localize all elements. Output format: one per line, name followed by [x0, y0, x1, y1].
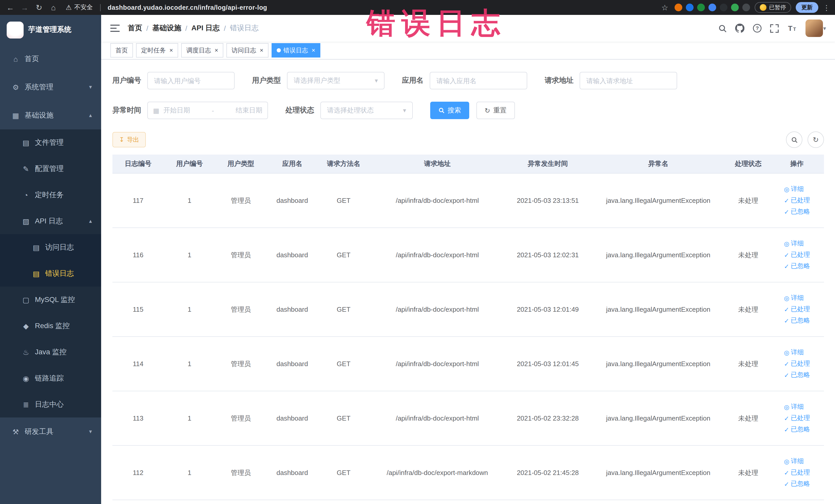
security-indicator[interactable]: ⚠ 不安全 [66, 3, 93, 12]
action-ignored-link[interactable]: ✓已忽略 [784, 426, 810, 434]
breadcrumb-item[interactable]: 首页 [128, 24, 142, 33]
sidebar-item-label: 文件管理 [35, 138, 101, 147]
app-logo[interactable]: 芋道管理系统 [0, 15, 101, 45]
action-ignored-link[interactable]: ✓已忽略 [784, 317, 810, 325]
action-ignored-link[interactable]: ✓已忽略 [784, 208, 810, 216]
action-detail-link[interactable]: ◎详细 [784, 186, 804, 193]
extension-icon-4[interactable] [709, 4, 716, 11]
address-bar[interactable]: dashboard.yudao.iocoder.cn/infra/log/api… [107, 4, 267, 11]
close-icon[interactable]: × [169, 47, 173, 54]
extension-icon-7[interactable] [742, 4, 750, 11]
action-ignored-link[interactable]: ✓已忽略 [784, 263, 810, 270]
user-type-select[interactable]: 请选择用户类型 ▾ [287, 72, 385, 89]
sidebar-item-home[interactable]: ⌂首页 [0, 45, 101, 73]
sidebar-item-api-log[interactable]: ▧API 日志▴ [0, 208, 101, 234]
svg-text:T: T [788, 24, 793, 32]
menu-kebab-icon[interactable]: ⋮ [823, 3, 830, 12]
help-icon[interactable]: ? [753, 24, 762, 33]
request-url-input[interactable] [579, 72, 677, 89]
tag-错误日志[interactable]: 错误日志× [271, 43, 320, 58]
sidebar-item-mysql-monitor[interactable]: ▢MySQL 监控 [0, 286, 101, 313]
toggle-search-button[interactable] [786, 132, 802, 148]
sidebar-item-log-center[interactable]: ≣日志中心 [0, 391, 101, 418]
user-menu[interactable]: ▾ [806, 20, 826, 37]
exception-time-label: 异常时间 [113, 106, 141, 115]
extension-icon-6[interactable] [731, 4, 739, 11]
bookmark-star-icon[interactable]: ☆ [660, 2, 670, 13]
sidebar-item-label: 首页 [25, 54, 101, 63]
action-processed-link[interactable]: ✓已处理 [784, 306, 810, 314]
sidebar-item-dev-tools[interactable]: ⚒研发工具▾ [0, 418, 101, 446]
forward-icon[interactable]: → [20, 2, 30, 13]
column-header: 用户编号 [164, 155, 215, 173]
font-size-icon[interactable]: TT [787, 24, 797, 32]
sidebar-item-label: Java 监控 [35, 347, 101, 357]
security-label: 不安全 [74, 3, 93, 12]
emoji-icon [760, 4, 767, 11]
sidebar-item-infra[interactable]: ▦基础设施▴ [0, 101, 101, 129]
process-status-select[interactable]: 请选择处理状态 ▾ [320, 102, 413, 119]
check-icon: ✓ [784, 208, 789, 216]
sidebar-item-cron-job[interactable]: ◔定时任务 [0, 182, 101, 208]
action-detail-link[interactable]: ◎详细 [784, 349, 804, 357]
search-button[interactable]: 搜索 [430, 102, 469, 119]
refresh-table-button[interactable]: ↻ [808, 132, 824, 148]
sidebar-item-redis-monitor[interactable]: ◆Redis 监控 [0, 313, 101, 339]
fullscreen-icon[interactable] [770, 24, 779, 33]
sidebar-item-error-log[interactable]: ▤错误日志 [0, 260, 101, 286]
exception-time-range[interactable]: ▦ 开始日期 - 结束日期 [147, 102, 268, 119]
filter-row-1: 用户编号 用户类型 请选择用户类型 ▾ 应用名 请求地址 [113, 72, 824, 89]
close-icon[interactable]: × [215, 47, 218, 54]
sidebar-item-file-manage[interactable]: ▤文件管理 [0, 129, 101, 156]
cell-user-type: 管理员 [215, 228, 266, 282]
cell-exception: java.lang.IllegalArgumentException [590, 445, 726, 500]
app-name-input[interactable] [430, 72, 527, 89]
breadcrumb-item[interactable]: 基础设施 [152, 24, 181, 33]
reset-button[interactable]: ↻ 重置 [476, 102, 515, 119]
extension-icon-3[interactable] [697, 4, 705, 11]
tag-调度日志[interactable]: 调度日志× [181, 43, 223, 58]
trace-icon: ◉ [22, 374, 30, 382]
update-button[interactable]: 更新 [796, 2, 818, 13]
action-ignored-link[interactable]: ✓已忽略 [784, 480, 810, 488]
close-icon[interactable]: × [260, 47, 263, 54]
action-processed-link[interactable]: ✓已处理 [784, 251, 810, 259]
action-ignored-link[interactable]: ✓已忽略 [784, 371, 810, 379]
action-detail-link[interactable]: ◎详细 [784, 458, 804, 465]
action-processed-link[interactable]: ✓已处理 [784, 469, 810, 477]
cell-time: 2021-05-03 12:02:31 [505, 228, 590, 282]
action-processed-link[interactable]: ✓已处理 [784, 360, 810, 368]
sidebar-item-java-monitor[interactable]: ♨Java 监控 [0, 339, 101, 365]
home-icon[interactable]: ⌂ [48, 2, 59, 13]
sidebar-item-system[interactable]: ⚙系统管理▾ [0, 73, 101, 101]
close-icon[interactable]: × [312, 47, 315, 54]
action-detail-link[interactable]: ◎详细 [784, 240, 804, 248]
extension-icon-5[interactable] [720, 4, 728, 11]
tag-首页[interactable]: 首页 [110, 43, 133, 58]
search-icon[interactable] [718, 24, 727, 33]
back-icon[interactable]: ← [5, 2, 15, 13]
sidebar-item-access-log[interactable]: ▤访问日志 [0, 234, 101, 260]
cell-id: 115 [113, 282, 164, 337]
action-detail-link[interactable]: ◎详细 [784, 403, 804, 411]
reload-icon[interactable]: ↻ [34, 2, 44, 13]
sidebar-item-link-trace[interactable]: ◉链路追踪 [0, 365, 101, 391]
action-processed-link[interactable]: ✓已处理 [784, 415, 810, 422]
action-processed-link[interactable]: ✓已处理 [784, 197, 810, 205]
column-header: 异常名 [590, 155, 726, 173]
extension-icon-1[interactable] [675, 4, 682, 11]
breadcrumb-separator: / [146, 24, 148, 32]
hamburger-icon[interactable] [110, 24, 120, 32]
top-navbar: 首页/基础设施/API 日志/错误日志 ? TT [101, 15, 835, 42]
breadcrumb-item[interactable]: API 日志 [191, 24, 220, 33]
user-id-input[interactable] [147, 72, 235, 89]
sidebar-item-config-manage[interactable]: ✎配置管理 [0, 156, 101, 182]
view-icon: ◎ [784, 186, 789, 193]
action-detail-link[interactable]: ◎详细 [784, 295, 804, 302]
tag-定时任务[interactable]: 定时任务× [136, 43, 178, 58]
export-button[interactable]: ↧ 导出 [113, 132, 146, 147]
github-icon[interactable] [735, 24, 745, 33]
paused-badge[interactable]: 已暂停 [755, 2, 791, 13]
tag-访问日志[interactable]: 访问日志× [226, 43, 268, 58]
extension-icon-2[interactable] [686, 4, 694, 11]
